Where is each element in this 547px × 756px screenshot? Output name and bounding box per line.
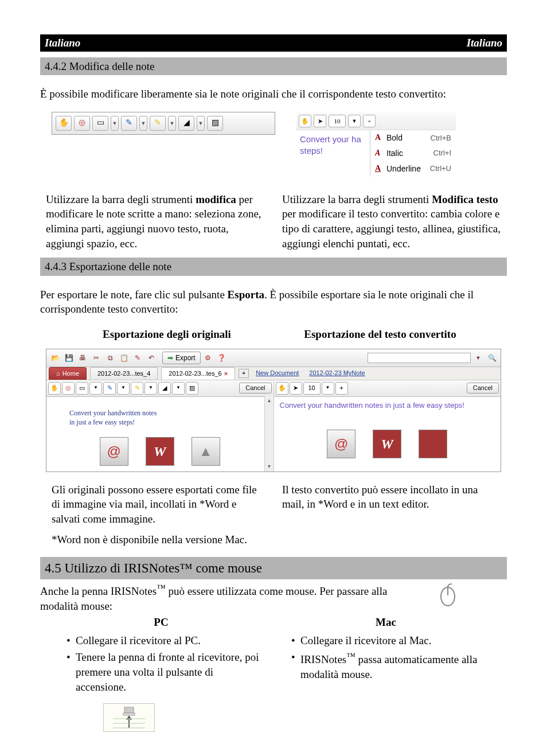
undo-icon: ↶ — [145, 352, 158, 364]
select-icon: ◎ — [74, 116, 90, 131]
pc-label: PC — [57, 615, 265, 630]
format-context-menu: A Bold Ctrl+B A Italic Ctrl+I A Underlin… — [370, 130, 456, 177]
intro-442: È possibile modificare liberamente sia l… — [40, 87, 507, 102]
edit-toolbar-description: Utilizzare la barra degli strumenti modi… — [46, 192, 265, 251]
search-input — [368, 353, 471, 363]
plus-icon: + — [363, 115, 376, 127]
header-right: Italiano — [467, 36, 502, 50]
eraser-icon: ◢ — [178, 116, 194, 131]
heading-442: 4.4.2 Modifica delle note — [40, 57, 507, 76]
list-item: Collegare il ricevitore al PC. — [67, 633, 265, 648]
close-icon: × — [224, 369, 228, 378]
export-window-screenshot: 📂 💾 🖶 ✂ ⧉ 📋 ✎ ↶ ➡ Export ⚙ ❓ ▼ 🔍 ⌂ Home … — [46, 349, 501, 472]
underline-icon: A — [375, 163, 384, 174]
export-orig-desc: Gli originali possono essere esportati c… — [52, 482, 265, 527]
doc-tab-2: 2012-02-23...tes_6 × — [161, 367, 235, 380]
export-email-icon: @ — [327, 430, 355, 458]
scrollbar: ▴ ▾ — [264, 395, 274, 471]
hand-icon: ✋ — [299, 115, 311, 127]
export-orig-label: Esportazione degli originali — [69, 327, 265, 342]
svg-rect-3 — [123, 713, 135, 715]
pen-icon: ✎ — [131, 352, 144, 364]
export-image-icon: ▲ — [192, 437, 220, 466]
intro-45: Anche la penna IRISNotes™ può essere uti… — [40, 582, 415, 614]
export-arrow-icon: ➡ — [167, 353, 173, 363]
menu-underline: A Underline Ctrl+U — [370, 161, 456, 177]
list-item: Collegare il ricevitore al Mac. — [291, 633, 490, 648]
language-header: Italiano Italiano — [40, 34, 507, 52]
export-button: ➡ Export — [162, 352, 201, 364]
dropdown-icon: ▼ — [89, 382, 102, 395]
heading-45: 4.5 Utilizzo di IRISNotes™ come mouse — [40, 557, 507, 579]
pc-steps: Collegare il ricevitore al PC. Tenere la… — [57, 633, 265, 695]
hand-icon: ✋ — [276, 382, 288, 395]
dropdown-icon: ▼ — [168, 116, 176, 131]
note-icon: ▨ — [207, 116, 223, 131]
mynote-link: 2012-02-23 MyNote — [306, 367, 368, 379]
pen-icon: ✎ — [103, 382, 116, 395]
highlighter-icon: ✎ — [131, 382, 143, 395]
paste-icon: 📋 — [118, 352, 130, 364]
cancel-button: Cancel — [239, 383, 271, 393]
pen-icon: ✎ — [121, 116, 137, 131]
receiver-diagram — [103, 703, 155, 732]
marquee-icon: ▭ — [76, 382, 88, 395]
save-icon: 💾 — [62, 352, 75, 364]
sample-text-area: Convert your ha steps! — [296, 130, 370, 177]
home-icon: ⌂ — [56, 369, 60, 378]
dropdown-icon: ▼ — [144, 382, 157, 395]
dropdown-icon: ▼ — [197, 116, 205, 131]
new-document-link: New Document — [252, 367, 302, 379]
font-size-field: 10 — [303, 382, 321, 395]
marquee-icon: ▭ — [92, 116, 108, 131]
converted-text-area: Convert your handwritten notes in just a… — [274, 397, 501, 414]
scroll-down-icon: ▾ — [268, 462, 271, 470]
italic-icon: A — [375, 148, 384, 159]
help-icon: ❓ — [216, 352, 228, 364]
export-word-icon: W — [373, 430, 401, 458]
hand-icon: ✋ — [56, 116, 72, 131]
header-left: Italiano — [45, 36, 80, 50]
dropdown-icon: ▼ — [172, 382, 185, 395]
handwriting-area: Convert your handwritten notes in just a… — [46, 397, 274, 471]
text-format-screenshot: ✋ ➤ 10 ▼ + Convert your ha steps! A Bold… — [296, 112, 456, 177]
highlighter-icon: ✎ — [150, 116, 166, 131]
dropdown-icon: ▼ — [472, 352, 485, 364]
cursor-icon: ➤ — [290, 382, 302, 395]
cursor-icon: ➤ — [314, 115, 326, 127]
search-icon: 🔍 — [486, 352, 498, 364]
dropdown-icon: ▼ — [322, 382, 334, 395]
mac-steps: Collegare il ricevitore al Mac. IRISNote… — [282, 633, 490, 682]
note-icon: ▨ — [186, 382, 198, 395]
dropdown-icon: ▼ — [111, 116, 119, 131]
export-conv-desc: Il testo convertito può essere incollato… — [282, 482, 495, 527]
dropdown-icon: ▼ — [348, 115, 361, 127]
copy-icon: ⧉ — [104, 352, 116, 364]
select-icon: ◎ — [62, 382, 75, 395]
export-email-icon: @ — [100, 437, 128, 466]
settings-icon: ⚙ — [202, 352, 214, 364]
dropdown-icon: ▼ — [117, 382, 130, 395]
menu-bold: A Bold Ctrl+B — [370, 130, 456, 146]
new-tab-button: + — [239, 369, 249, 378]
svg-rect-2 — [124, 707, 134, 713]
print-icon: 🖶 — [76, 352, 89, 364]
list-item: IRISNotes™ passa automaticamente alla mo… — [291, 650, 490, 682]
dropdown-icon: ▼ — [139, 116, 147, 131]
font-size-field: 10 — [329, 115, 346, 127]
menu-italic: A Italic Ctrl+I — [370, 146, 456, 161]
mac-label: Mac — [282, 615, 490, 630]
mouse-icon — [435, 582, 461, 616]
word-footnote: *Word non è disponibile nella versione M… — [52, 532, 495, 547]
export-converted-label: Esportazione del testo convertito — [282, 327, 478, 342]
export-editor-icon — [419, 430, 447, 458]
list-item: Tenere la penna di fronte al ricevitore,… — [67, 650, 265, 694]
text-toolbar-description: Utilizzare la barra degli strumenti Modi… — [282, 192, 501, 251]
home-tab: ⌂ Home — [49, 367, 87, 380]
hand-icon: ✋ — [48, 382, 61, 395]
eraser-icon: ◢ — [158, 382, 171, 395]
intro-443: Per esportare le note, fare clic sul pul… — [40, 287, 507, 317]
scroll-up-icon: ▴ — [268, 396, 271, 404]
export-word-icon: W — [146, 437, 174, 466]
doc-tab-1: 2012-02-23...tes_4 — [90, 367, 158, 380]
